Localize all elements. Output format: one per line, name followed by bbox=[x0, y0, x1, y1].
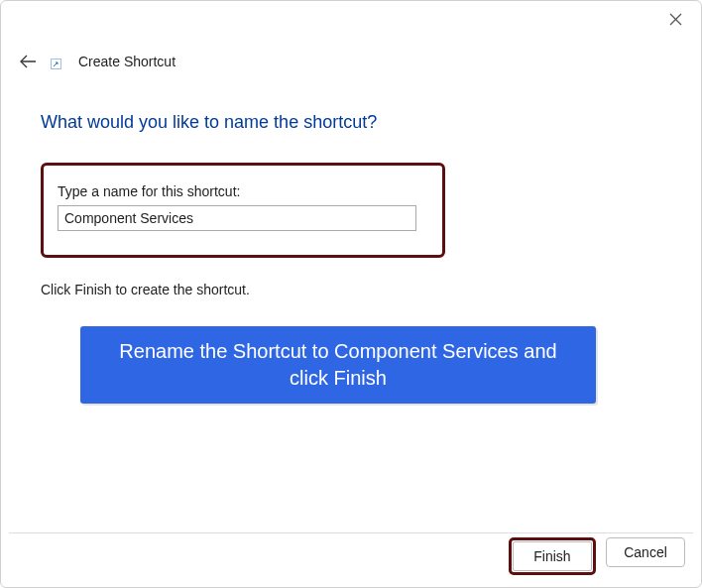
shortcut-name-label: Type a name for this shortcut: bbox=[58, 183, 428, 199]
close-icon[interactable] bbox=[667, 13, 683, 29]
annotation-highlight-name: Type a name for this shortcut: bbox=[41, 163, 445, 258]
header: Create Shortcut bbox=[1, 39, 701, 72]
finish-button[interactable]: Finish bbox=[513, 541, 592, 571]
annotation-callout-text: Rename the Shortcut to Component Service… bbox=[100, 338, 576, 392]
annotation-highlight-finish: Finish bbox=[509, 537, 596, 575]
shortcut-name-input[interactable] bbox=[58, 205, 416, 231]
footer: Finish Cancel bbox=[509, 537, 685, 575]
back-icon[interactable] bbox=[17, 51, 39, 72]
annotation-callout: Rename the Shortcut to Component Service… bbox=[80, 326, 596, 404]
helper-text: Click Finish to create the shortcut. bbox=[41, 282, 661, 297]
cancel-button[interactable]: Cancel bbox=[606, 537, 685, 567]
page-title: Create Shortcut bbox=[78, 54, 176, 69]
wizard-question: What would you like to name the shortcut… bbox=[41, 112, 661, 133]
content: What would you like to name the shortcut… bbox=[1, 72, 701, 297]
titlebar bbox=[1, 1, 701, 39]
svg-marker-3 bbox=[308, 400, 556, 517]
footer-separator bbox=[9, 532, 693, 533]
shortcut-icon bbox=[51, 54, 66, 69]
